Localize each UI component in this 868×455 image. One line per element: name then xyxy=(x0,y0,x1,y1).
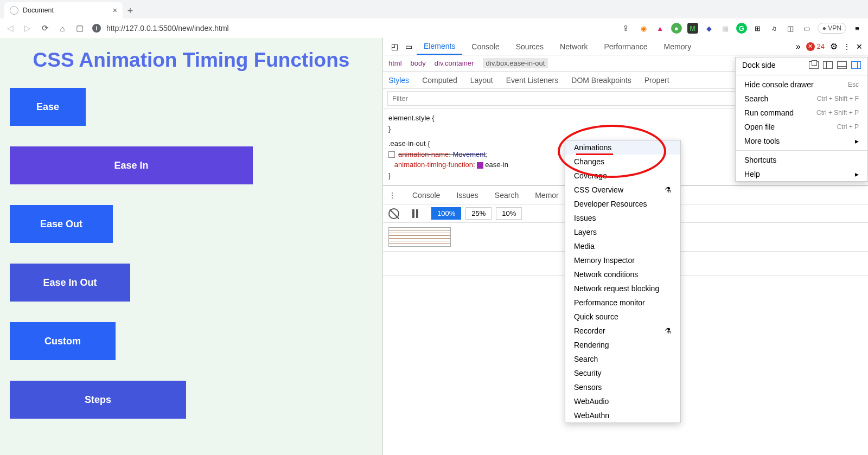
share-icon[interactable]: ⇪ xyxy=(621,23,631,33)
menu-changes[interactable]: Changes xyxy=(565,155,680,169)
crumb-selected[interactable]: div.box.ease-in-out xyxy=(483,58,548,68)
browser-tab[interactable]: Document × xyxy=(4,2,123,18)
drawer-tab-search[interactable]: Search xyxy=(495,191,519,200)
menu-network-blocking[interactable]: Network request blocking xyxy=(565,281,680,296)
clear-animations-icon[interactable] xyxy=(388,208,399,219)
tab-console[interactable]: Console xyxy=(464,39,506,54)
menu-sensors[interactable]: Sensors xyxy=(565,380,680,394)
menu-search[interactable]: SearchCtrl + Shift + F xyxy=(736,92,867,106)
extension-icon-1[interactable]: ▲ xyxy=(655,23,666,34)
reload-icon[interactable]: ⟳ xyxy=(40,23,50,33)
menu-shortcuts[interactable]: Shortcuts xyxy=(736,153,867,167)
drawer-tab-memory[interactable]: Memor xyxy=(535,191,559,200)
inspect-element-icon[interactable]: ◰ xyxy=(388,41,400,53)
devtools-menu-icon[interactable]: ⋮ xyxy=(843,42,851,51)
tab-sources[interactable]: Sources xyxy=(509,39,551,54)
styles-tab-listeners[interactable]: Event Listeners xyxy=(506,76,559,85)
error-badge[interactable]: ✕24 xyxy=(806,42,825,51)
menu-network-conditions[interactable]: Network conditions xyxy=(565,267,680,281)
drawer-menu-icon[interactable]: ⋮ xyxy=(388,191,396,200)
dock-undock-icon[interactable] xyxy=(809,61,819,69)
menu-rendering[interactable]: Rendering xyxy=(565,338,680,352)
extension-icon-4[interactable]: ◆ xyxy=(704,23,714,34)
home-icon[interactable]: ⌂ xyxy=(58,23,67,33)
extension-icon-2[interactable]: ● xyxy=(671,23,682,34)
crumb-container[interactable]: div.container xyxy=(435,59,474,67)
pause-icon[interactable] xyxy=(412,209,418,218)
menu-webaudio[interactable]: WebAudio xyxy=(565,394,680,408)
chevron-right-icon: ▸ xyxy=(855,170,859,178)
extension-icon-3[interactable]: M xyxy=(687,23,698,34)
menu-quick-source[interactable]: Quick source xyxy=(565,310,680,324)
dock-left-icon[interactable] xyxy=(823,61,833,69)
styles-tab-computed[interactable]: Computed xyxy=(422,76,457,85)
url-bar[interactable]: i http://127.0.0.1:5500/new/index.html xyxy=(92,24,614,33)
devtools-close-icon[interactable]: ✕ xyxy=(856,42,863,51)
menu-more-tools[interactable]: More tools▸ xyxy=(736,134,867,148)
tab-network[interactable]: Network xyxy=(553,39,595,54)
menu-open-file[interactable]: Open fileCtrl + P xyxy=(736,120,867,134)
sidebar-icon[interactable]: ◫ xyxy=(785,23,796,34)
tab-elements[interactable]: Elements xyxy=(417,39,462,55)
menu-layers[interactable]: Layers xyxy=(565,225,680,239)
menu-animations[interactable]: Animations xyxy=(565,140,680,155)
wallet-icon[interactable]: ▭ xyxy=(801,23,812,34)
crumb-body[interactable]: body xyxy=(411,59,426,67)
bookmark-icon[interactable]: ▢ xyxy=(75,23,85,33)
extension-icons: ◉ ▲ ● M ◆ ▦ G ⊞ ♫ ◫ ▭ ● VPN ≡ xyxy=(639,23,863,34)
crumb-html[interactable]: html xyxy=(388,59,402,67)
menu-hide-drawer[interactable]: Hide console drawerEsc xyxy=(736,78,867,92)
brave-shield-icon[interactable]: ◉ xyxy=(639,23,649,34)
styles-tab-styles[interactable]: Styles xyxy=(388,76,409,85)
menu-run-command[interactable]: Run commandCtrl + Shift + P xyxy=(736,106,867,120)
drawer-tab-console[interactable]: Console xyxy=(412,191,440,200)
cubic-bezier-swatch-icon[interactable] xyxy=(477,162,483,169)
device-toggle-icon[interactable]: ▭ xyxy=(403,41,414,53)
menu-coverage[interactable]: Coverage xyxy=(565,169,680,183)
animation-thumbnail[interactable] xyxy=(388,227,451,247)
dock-side-row: Dock side xyxy=(736,57,867,73)
menu-memory-inspector[interactable]: Memory Inspector xyxy=(565,253,680,267)
hamburger-menu-icon[interactable]: ≡ xyxy=(852,23,863,34)
devtools-settings-menu: Dock side Hide console drawerEsc SearchC… xyxy=(735,57,868,182)
tab-memory[interactable]: Memory xyxy=(657,39,699,54)
speed-100-button[interactable]: 100% xyxy=(431,207,461,220)
dock-right-icon[interactable] xyxy=(851,61,861,69)
grammarly-icon[interactable]: G xyxy=(736,23,747,34)
menu-webauthn[interactable]: WebAuthn xyxy=(565,408,680,422)
menu-search[interactable]: Search xyxy=(565,352,680,366)
speed-10-button[interactable]: 10% xyxy=(496,207,522,220)
menu-security[interactable]: Security xyxy=(565,366,680,380)
menu-recorder[interactable]: Recorder⚗ xyxy=(565,324,680,338)
chevron-right-icon: ▸ xyxy=(855,137,859,145)
speed-25-button[interactable]: 25% xyxy=(465,207,492,220)
menu-dev-resources[interactable]: Developer Resources xyxy=(565,197,680,211)
dock-bottom-icon[interactable] xyxy=(837,61,847,69)
drawer-tab-issues[interactable]: Issues xyxy=(456,191,478,200)
styles-tab-properties[interactable]: Propert xyxy=(644,76,669,85)
rule-checkbox[interactable] xyxy=(388,151,395,158)
extension-icon-5[interactable]: ▦ xyxy=(720,23,731,34)
styles-tab-dom-bp[interactable]: DOM Breakpoints xyxy=(571,76,631,85)
menu-css-overview[interactable]: CSS Overview⚗ xyxy=(565,183,680,197)
tabs-overflow-icon[interactable]: » xyxy=(796,42,801,52)
menu-media[interactable]: Media xyxy=(565,239,680,253)
page-heading: CSS Animation Timing Functions xyxy=(10,49,373,72)
menu-performance-monitor[interactable]: Performance monitor xyxy=(565,296,680,310)
settings-gear-icon[interactable]: ⚙ xyxy=(830,41,838,52)
menu-help[interactable]: Help▸ xyxy=(736,167,867,181)
vpn-badge[interactable]: ● VPN xyxy=(818,23,846,34)
close-tab-icon[interactable]: × xyxy=(113,6,117,15)
back-icon[interactable]: ◁ xyxy=(5,23,15,33)
more-tools-menu: Animations Changes Coverage CSS Overview… xyxy=(565,140,681,423)
menu-issues[interactable]: Issues xyxy=(565,211,680,225)
info-icon[interactable]: i xyxy=(92,24,101,33)
new-tab-button[interactable]: + xyxy=(123,3,138,18)
box-ease-out: Ease Out xyxy=(10,205,113,243)
styles-tab-layout[interactable]: Layout xyxy=(470,76,493,85)
forward-icon[interactable]: ▷ xyxy=(23,23,33,33)
music-icon[interactable]: ♫ xyxy=(769,23,780,34)
tab-performance[interactable]: Performance xyxy=(597,39,654,54)
dock-side-label: Dock side xyxy=(742,61,775,69)
extensions-menu-icon[interactable]: ⊞ xyxy=(752,23,763,34)
